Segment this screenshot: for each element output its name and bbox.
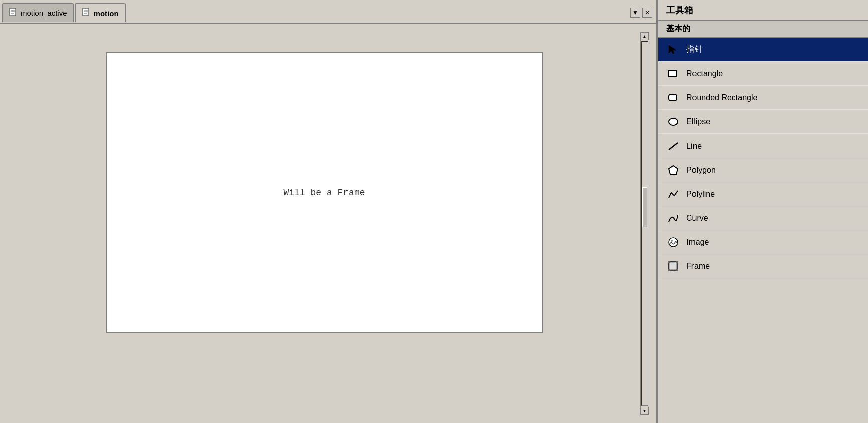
svg-marker-8 — [669, 45, 676, 54]
tool-frame-label: Frame — [686, 262, 710, 271]
tab-motion-active-label: motion_active — [21, 9, 67, 17]
tool-pointer[interactable]: 指针 — [658, 38, 868, 62]
scroll-area: Will be a Frame — [8, 32, 640, 415]
tool-pointer-label: 指针 — [686, 44, 703, 55]
frame-canvas: Will be a Frame — [106, 52, 543, 333]
tab-motion-active[interactable]: motion_active — [2, 3, 74, 22]
frame-icon — [666, 259, 680, 273]
tool-curve-label: Curve — [686, 214, 708, 223]
tool-line-label: Line — [686, 142, 702, 151]
toolbox-panel: 工具箱 基本的 指针 Rectangle Rounded Rectangle — [657, 0, 868, 423]
tab-close-button[interactable]: ✕ — [642, 8, 652, 18]
svg-rect-18 — [668, 261, 670, 263]
tool-frame[interactable]: Frame — [658, 254, 868, 278]
tool-ellipse[interactable]: Ellipse — [658, 110, 868, 134]
tool-line[interactable]: Line — [658, 134, 868, 158]
svg-point-11 — [669, 118, 678, 125]
scrollbar-track[interactable] — [641, 41, 648, 406]
image-icon — [666, 235, 680, 249]
svg-line-12 — [669, 143, 678, 150]
line-icon — [666, 139, 680, 153]
svg-rect-10 — [669, 94, 677, 101]
scroll-down-button[interactable]: ▼ — [641, 407, 649, 415]
svg-rect-20 — [668, 269, 670, 271]
ellipse-icon — [666, 115, 680, 129]
vertical-scrollbar: ▲ ▼ — [640, 32, 648, 415]
tool-image[interactable]: Image — [658, 230, 868, 254]
svg-rect-17 — [670, 263, 677, 270]
svg-rect-9 — [669, 70, 677, 77]
tool-polyline-label: Polyline — [686, 190, 715, 199]
tab-motion-label: motion — [94, 9, 119, 18]
tool-rectangle[interactable]: Rectangle — [658, 62, 868, 86]
svg-marker-13 — [669, 166, 678, 174]
tab-bar: motion_active motion ▼ ✕ — [0, 0, 656, 24]
tool-curve[interactable]: Curve — [658, 206, 868, 230]
tab-controls: ▼ ✕ — [630, 8, 652, 18]
rectangle-icon — [666, 67, 680, 81]
tool-polygon-label: Polygon — [686, 166, 716, 175]
tool-image-label: Image — [686, 238, 709, 247]
tool-rounded-rectangle-label: Rounded Rectangle — [686, 93, 757, 102]
toolbox-category: 基本的 — [658, 21, 868, 38]
rounded-rectangle-icon — [666, 91, 680, 105]
tab-motion[interactable]: motion — [75, 3, 126, 22]
tool-rectangle-label: Rectangle — [686, 69, 723, 78]
svg-rect-19 — [676, 261, 678, 263]
tool-ellipse-label: Ellipse — [686, 117, 710, 126]
toolbox-title: 工具箱 — [658, 0, 868, 21]
scroll-up-button[interactable]: ▲ — [641, 32, 649, 40]
polygon-icon — [666, 163, 680, 177]
tool-rounded-rectangle[interactable]: Rounded Rectangle — [658, 86, 868, 110]
tool-polyline[interactable]: Polyline — [658, 182, 868, 206]
svg-point-15 — [671, 240, 673, 242]
tab-dropdown-button[interactable]: ▼ — [630, 8, 640, 18]
frame-placeholder-text: Will be a Frame — [283, 188, 365, 198]
polyline-icon — [666, 187, 680, 201]
tab-motion-active-icon — [9, 8, 18, 19]
pointer-icon — [666, 43, 680, 57]
svg-rect-21 — [676, 269, 678, 271]
scrollbar-thumb[interactable] — [642, 187, 647, 227]
main-editor-area: motion_active motion ▼ ✕ Will be a Frame — [0, 0, 657, 423]
toolbox-items: 指针 Rectangle Rounded Rectangle Ellipse — [658, 38, 868, 423]
tool-polygon[interactable]: Polygon — [658, 158, 868, 182]
canvas-area: Will be a Frame ▲ ▼ — [0, 24, 656, 423]
tab-motion-icon — [82, 8, 91, 19]
curve-icon — [666, 211, 680, 225]
